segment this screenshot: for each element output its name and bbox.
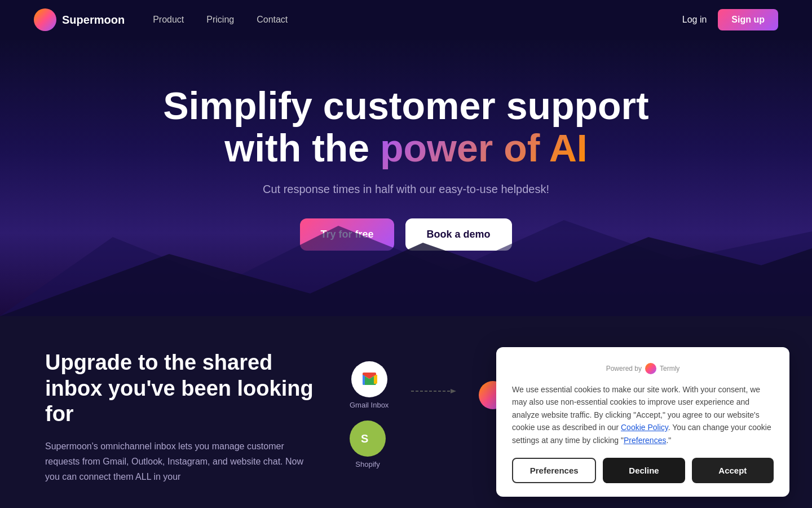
hero-headline-highlight: power of AI <box>380 126 588 169</box>
logo-text: Supermoon <box>62 14 125 27</box>
features-text: Upgrade to the shared inbox you've been … <box>45 350 316 497</box>
decline-button[interactable]: Decline <box>603 458 685 483</box>
navbar: Supermoon Product Pricing Contact Log in… <box>0 0 812 40</box>
shopify-icon: S <box>350 421 386 457</box>
accept-button[interactable]: Accept <box>692 458 774 483</box>
integration-gmail: Gmail Inbox <box>350 361 389 409</box>
login-button[interactable]: Log in <box>682 15 707 25</box>
nav-product[interactable]: Product <box>147 12 189 28</box>
arrow-connector <box>411 388 456 409</box>
cookie-preferences-link[interactable]: Preferences <box>624 436 666 445</box>
hero-headline: Simplify customer support with the power… <box>152 85 660 169</box>
svg-text:S: S <box>361 432 368 445</box>
navbar-left: Supermoon Product Pricing Contact <box>34 8 293 31</box>
features-body: Supermoon's omnichannel inbox lets you m… <box>45 439 316 485</box>
gmail-icon <box>351 361 387 397</box>
gmail-label: Gmail Inbox <box>350 401 389 409</box>
integration-row-shopify: S Shopify <box>350 421 386 468</box>
preferences-button[interactable]: Preferences <box>512 458 596 483</box>
nav-links: Product Pricing Contact <box>147 12 293 28</box>
features-heading: Upgrade to the shared inbox you've been … <box>45 350 316 427</box>
logo[interactable]: Supermoon <box>34 8 125 31</box>
integration-shopify: S Shopify <box>350 421 386 468</box>
cookie-powered-by: Powered by Termly <box>512 363 774 374</box>
termly-label: Termly <box>660 365 679 373</box>
powered-by-label: Powered by <box>606 365 642 373</box>
signup-button[interactable]: Sign up <box>718 9 778 30</box>
navbar-right: Log in Sign up <box>682 9 778 30</box>
hero-subtitle: Cut response times in half with our easy… <box>209 183 603 196</box>
cookie-text: We use essential cookies to make our sit… <box>512 383 774 446</box>
cookie-buttons: Preferences Decline Accept <box>512 458 774 483</box>
shopify-label: Shopify <box>355 460 379 468</box>
cookie-policy-link[interactable]: Cookie Policy <box>621 423 668 432</box>
svg-marker-3 <box>451 389 456 393</box>
termly-logo-icon <box>645 363 656 374</box>
hero-section: Simplify customer support with the power… <box>0 40 812 316</box>
logo-icon <box>34 8 56 31</box>
nav-pricing[interactable]: Pricing <box>201 12 240 28</box>
nav-contact[interactable]: Contact <box>251 12 293 28</box>
cookie-body-end: ." <box>666 436 671 445</box>
mountain-bg <box>0 203 812 316</box>
integration-row-top: Gmail Inbox <box>350 361 507 409</box>
cookie-banner: Powered by Termly We use essential cooki… <box>496 347 789 497</box>
